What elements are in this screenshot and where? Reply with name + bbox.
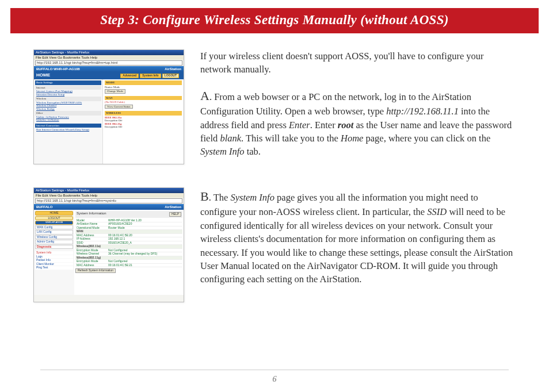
footer-divider [40,370,509,370]
brand-bar: BUFFALO WHR-HP-AG108 AirStation [34,66,184,72]
letter-a: A [200,89,209,103]
side-wireless: Wireless [35,97,101,101]
a-root: root [338,120,354,130]
product-name: AirStation [165,67,181,71]
wan-value: (No WAN Cable) [105,101,182,104]
nav-wan[interactable]: WAN Config [35,225,73,230]
side-basic-settings: Basic Settings [35,80,101,85]
address-bar: http://192.168.11.1/cgi-bin/cgi?req=frm&… [35,60,182,66]
window-title: AirStation Settings - Mozilla Firefox [34,50,184,55]
top-nav: HOME Advanced System Info LOGOUT [34,72,184,79]
a-t6: page, where you can click on the [363,133,490,144]
a-url: http://192.168.11.1 [386,106,459,117]
screenshot-sysinfo: AirStation Settings - Mozilla Firefox Fi… [33,187,184,302]
b-ssid: SSID [427,206,447,217]
logout-pill[interactable]: LOGOUT [35,216,73,221]
wl-g-enc: Encryption Off [105,125,182,129]
content-area: AirStation Settings - Mozilla Firefox Fi… [0,33,549,302]
nav-wireless[interactable]: Wireless Config [35,235,73,240]
help-button[interactable]: HELP [169,212,181,217]
link-bridge[interactable]: Wireless Bridge [35,107,101,111]
a-t5: . This will take you to the [241,133,341,144]
side-other: Other [35,111,101,116]
a-blank: blank [220,133,241,144]
page-header: Step 3: Configure Wireless Settings Manu… [10,8,539,33]
info-table: ModelWHR-HP-AG108 Ver 1.20 AirStation Na… [75,219,182,268]
logout-button[interactable]: LOGOUT [162,74,179,78]
screenshot-home: AirStation Settings - Mozilla Firefox Fi… [33,49,184,164]
address-bar-b: http://192.168.11.1/cgi-bin/cgi?req=frm&… [35,198,182,203]
refresh-button[interactable]: Refresh System Information [75,268,116,273]
main-panel: MODE Router Mode Change Mode WAN (No WAN… [103,79,184,164]
row-a: AirStation Settings - Mozilla Firefox Fi… [33,49,516,164]
nav-admin[interactable]: Admin Config [35,240,73,244]
mode-header: MODE [105,80,182,85]
link-wizard[interactable]: Run Internet Connection Wizard (Easy Set… [35,128,101,132]
menu-bar-b: File Edit View Go Bookmarks Tools Help [34,193,184,198]
link-initialize[interactable]: Initialize AirStation [35,118,101,122]
k-mac-g: MAC Address [75,263,107,267]
subnav-ping[interactable]: Ping Test [35,266,73,270]
a-home: Home [341,133,363,144]
nav-diagnostic[interactable]: Diagnostic [35,245,73,249]
wan-header: WAN [105,96,182,101]
panel-title: System Information [77,212,106,217]
view-status-button[interactable]: View Current Status [105,105,133,109]
side-internet-connection: Internet Connection [35,124,101,128]
tab-system-info[interactable]: System Info [140,74,161,78]
step-b-text: B. The System Info page gives you all th… [200,187,516,286]
row-b: AirStation Settings - Mozilla Firefox Fi… [33,187,516,302]
step-a-text: A. From a web bowser or a PC on the netw… [200,87,516,159]
home-pill[interactable]: HOME [35,211,73,216]
link-intrusion[interactable]: Intrusion Detector Setup [35,93,101,97]
brand-name: BUFFALO [36,67,52,71]
side-internet: Internet [35,86,101,90]
subnav-packet[interactable]: Packet Info [35,259,73,262]
letter-b: B [200,189,209,203]
nav-lan[interactable]: LAN Config [35,230,73,235]
a-enter: Enter [289,120,310,130]
instructions-a: If your wireless client doesn't support … [200,49,516,164]
wireless-header: WIRELESS [105,111,182,116]
brand-name-b: BUFFALO [36,205,52,209]
sidebar: Basic Settings Internet Internet Games (… [34,79,103,164]
instructions-b: B. The System Info page gives you all th… [200,187,516,302]
home-label: HOME [36,73,50,78]
a-sysinfo: System Info [200,146,245,157]
sidebar-b: HOME LOGOUT WHR-HP-AG108 WAN Config LAN … [34,210,74,295]
menu-bar: File Edit View Go Bookmarks Tools Help [34,55,184,60]
tab-advanced[interactable]: Advanced [120,74,139,78]
v-mac-g: 00:16:01:4C:5E:21 [107,263,182,267]
sysinfo-main: System Information HELP ModelWHR-HP-AG10… [74,210,184,295]
b-t3: will need to be configured identically f… [200,206,513,285]
brand-bar-b: BUFFALO AirStation [34,204,184,210]
product-name-b: AirStation [165,205,181,209]
subnav-sysinfo[interactable]: System Info [35,251,73,255]
a-t7: tab. [245,146,261,157]
model-pill: WHR-HP-AG108 [35,221,73,224]
window-title-b: AirStation Settings - Mozilla Firefox [34,188,184,193]
a-t3: . Enter [310,120,338,130]
b-t1: . The [209,192,231,203]
b-sysinfo: System Info [230,192,274,203]
model-label: WHR-HP-AG108 [54,67,80,71]
page-number: 6 [0,374,549,384]
intro-text: If your wireless client doesn't support … [200,49,516,76]
change-mode-button[interactable]: Change Mode [105,89,125,94]
mode-value: Router Mode [105,86,182,89]
